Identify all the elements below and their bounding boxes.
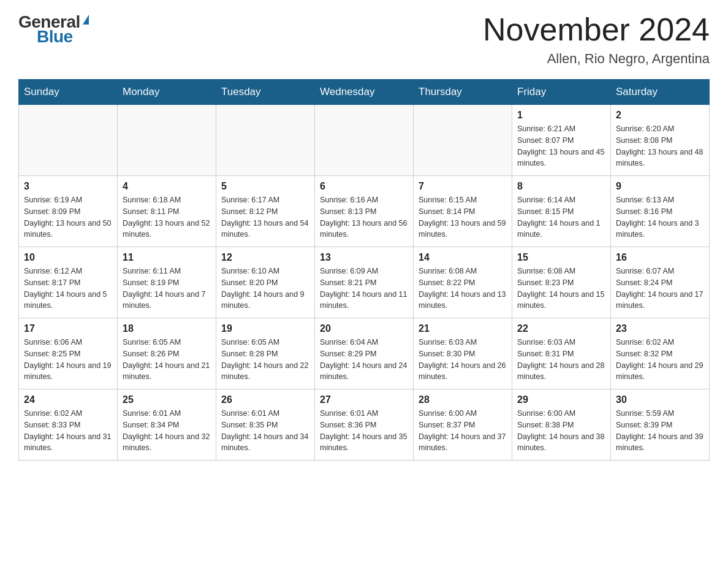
day-info: Sunrise: 6:05 AM Sunset: 8:28 PM Dayligh… [221, 337, 309, 383]
calendar-day-header: Tuesday [216, 80, 315, 105]
day-info: Sunrise: 6:02 AM Sunset: 8:33 PM Dayligh… [24, 408, 112, 454]
day-info: Sunrise: 6:19 AM Sunset: 8:09 PM Dayligh… [24, 194, 112, 240]
calendar-day-header: Thursday [414, 80, 512, 105]
calendar-cell: 27Sunrise: 6:01 AM Sunset: 8:36 PM Dayli… [315, 389, 414, 461]
day-number: 3 [24, 181, 112, 192]
calendar-day-header: Saturday [611, 80, 710, 105]
day-info: Sunrise: 6:16 AM Sunset: 8:13 PM Dayligh… [320, 194, 408, 240]
calendar-cell: 1Sunrise: 6:21 AM Sunset: 8:07 PM Daylig… [512, 105, 611, 176]
day-number: 22 [517, 323, 605, 334]
day-number: 13 [320, 252, 408, 263]
logo: General Blue [18, 12, 89, 47]
calendar-cell: 12Sunrise: 6:10 AM Sunset: 8:20 PM Dayli… [216, 247, 315, 318]
calendar-cell [414, 105, 512, 176]
calendar-cell: 25Sunrise: 6:01 AM Sunset: 8:34 PM Dayli… [118, 389, 216, 461]
day-number: 15 [517, 252, 605, 263]
day-info: Sunrise: 6:02 AM Sunset: 8:32 PM Dayligh… [616, 337, 704, 383]
calendar-week-row: 3Sunrise: 6:19 AM Sunset: 8:09 PM Daylig… [19, 176, 710, 247]
calendar-cell: 4Sunrise: 6:18 AM Sunset: 8:11 PM Daylig… [118, 176, 216, 247]
calendar-week-row: 10Sunrise: 6:12 AM Sunset: 8:17 PM Dayli… [19, 247, 710, 318]
calendar-day-header: Monday [118, 80, 216, 105]
calendar-cell: 6Sunrise: 6:16 AM Sunset: 8:13 PM Daylig… [315, 176, 414, 247]
day-info: Sunrise: 6:17 AM Sunset: 8:12 PM Dayligh… [221, 194, 309, 240]
calendar-header-row: SundayMondayTuesdayWednesdayThursdayFrid… [19, 80, 710, 105]
logo-triangle-icon [83, 15, 89, 25]
day-number: 18 [123, 323, 211, 334]
day-info: Sunrise: 6:07 AM Sunset: 8:24 PM Dayligh… [616, 266, 704, 312]
calendar-cell: 7Sunrise: 6:15 AM Sunset: 8:14 PM Daylig… [414, 176, 512, 247]
day-info: Sunrise: 6:13 AM Sunset: 8:16 PM Dayligh… [616, 194, 704, 240]
calendar-cell: 9Sunrise: 6:13 AM Sunset: 8:16 PM Daylig… [611, 176, 710, 247]
day-info: Sunrise: 6:04 AM Sunset: 8:29 PM Dayligh… [320, 337, 408, 383]
calendar-cell: 5Sunrise: 6:17 AM Sunset: 8:12 PM Daylig… [216, 176, 315, 247]
calendar-cell: 22Sunrise: 6:03 AM Sunset: 8:31 PM Dayli… [512, 318, 611, 389]
day-info: Sunrise: 6:08 AM Sunset: 8:22 PM Dayligh… [419, 266, 507, 312]
calendar-cell: 23Sunrise: 6:02 AM Sunset: 8:32 PM Dayli… [611, 318, 710, 389]
calendar-cell: 28Sunrise: 6:00 AM Sunset: 8:37 PM Dayli… [414, 389, 512, 461]
calendar-cell: 11Sunrise: 6:11 AM Sunset: 8:19 PM Dayli… [118, 247, 216, 318]
day-info: Sunrise: 6:11 AM Sunset: 8:19 PM Dayligh… [123, 266, 211, 312]
calendar-cell: 17Sunrise: 6:06 AM Sunset: 8:25 PM Dayli… [19, 318, 118, 389]
calendar-cell: 19Sunrise: 6:05 AM Sunset: 8:28 PM Dayli… [216, 318, 315, 389]
location-label: Allen, Rio Negro, Argentina [483, 51, 710, 67]
day-info: Sunrise: 6:01 AM Sunset: 8:34 PM Dayligh… [123, 408, 211, 454]
calendar-cell [216, 105, 315, 176]
day-info: Sunrise: 6:10 AM Sunset: 8:20 PM Dayligh… [221, 266, 309, 312]
calendar-cell: 16Sunrise: 6:07 AM Sunset: 8:24 PM Dayli… [611, 247, 710, 318]
day-info: Sunrise: 6:09 AM Sunset: 8:21 PM Dayligh… [320, 266, 408, 312]
day-info: Sunrise: 6:14 AM Sunset: 8:15 PM Dayligh… [517, 194, 605, 240]
calendar-cell: 8Sunrise: 6:14 AM Sunset: 8:15 PM Daylig… [512, 176, 611, 247]
calendar-week-row: 17Sunrise: 6:06 AM Sunset: 8:25 PM Dayli… [19, 318, 710, 389]
day-info: Sunrise: 6:01 AM Sunset: 8:35 PM Dayligh… [221, 408, 309, 454]
day-number: 2 [616, 110, 704, 121]
day-number: 27 [320, 394, 408, 405]
day-number: 26 [221, 394, 309, 405]
day-number: 29 [517, 394, 605, 405]
day-info: Sunrise: 6:01 AM Sunset: 8:36 PM Dayligh… [320, 408, 408, 454]
month-title: November 2024 [483, 12, 710, 47]
day-number: 4 [123, 181, 211, 192]
day-number: 10 [24, 252, 112, 263]
calendar-day-header: Sunday [19, 80, 118, 105]
day-number: 16 [616, 252, 704, 263]
day-info: Sunrise: 6:00 AM Sunset: 8:38 PM Dayligh… [517, 408, 605, 454]
day-number: 23 [616, 323, 704, 334]
calendar-cell [118, 105, 216, 176]
logo-blue-text: Blue [37, 27, 73, 47]
day-info: Sunrise: 5:59 AM Sunset: 8:39 PM Dayligh… [616, 408, 704, 454]
day-number: 30 [616, 394, 704, 405]
calendar-cell: 15Sunrise: 6:08 AM Sunset: 8:23 PM Dayli… [512, 247, 611, 318]
day-info: Sunrise: 6:06 AM Sunset: 8:25 PM Dayligh… [24, 337, 112, 383]
calendar-cell: 2Sunrise: 6:20 AM Sunset: 8:08 PM Daylig… [611, 105, 710, 176]
calendar-day-header: Wednesday [315, 80, 414, 105]
day-number: 19 [221, 323, 309, 334]
day-info: Sunrise: 6:00 AM Sunset: 8:37 PM Dayligh… [419, 408, 507, 454]
day-info: Sunrise: 6:03 AM Sunset: 8:30 PM Dayligh… [419, 337, 507, 383]
day-info: Sunrise: 6:20 AM Sunset: 8:08 PM Dayligh… [616, 123, 704, 169]
day-number: 14 [419, 252, 507, 263]
day-info: Sunrise: 6:12 AM Sunset: 8:17 PM Dayligh… [24, 266, 112, 312]
day-number: 28 [419, 394, 507, 405]
day-info: Sunrise: 6:08 AM Sunset: 8:23 PM Dayligh… [517, 266, 605, 312]
calendar-week-row: 24Sunrise: 6:02 AM Sunset: 8:33 PM Dayli… [19, 389, 710, 461]
calendar-cell: 30Sunrise: 5:59 AM Sunset: 8:39 PM Dayli… [611, 389, 710, 461]
day-number: 25 [123, 394, 211, 405]
day-number: 20 [320, 323, 408, 334]
day-number: 9 [616, 181, 704, 192]
day-info: Sunrise: 6:03 AM Sunset: 8:31 PM Dayligh… [517, 337, 605, 383]
day-number: 11 [123, 252, 211, 263]
day-number: 1 [517, 110, 605, 121]
calendar-cell: 10Sunrise: 6:12 AM Sunset: 8:17 PM Dayli… [19, 247, 118, 318]
day-number: 12 [221, 252, 309, 263]
day-number: 5 [221, 181, 309, 192]
day-info: Sunrise: 6:21 AM Sunset: 8:07 PM Dayligh… [517, 123, 605, 169]
calendar-table: SundayMondayTuesdayWednesdayThursdayFrid… [18, 79, 710, 461]
title-block: November 2024 Allen, Rio Negro, Argentin… [483, 12, 710, 67]
day-number: 6 [320, 181, 408, 192]
day-number: 17 [24, 323, 112, 334]
calendar-cell: 29Sunrise: 6:00 AM Sunset: 8:38 PM Dayli… [512, 389, 611, 461]
day-number: 7 [419, 181, 507, 192]
day-number: 21 [419, 323, 507, 334]
calendar-cell [315, 105, 414, 176]
calendar-cell: 18Sunrise: 6:05 AM Sunset: 8:26 PM Dayli… [118, 318, 216, 389]
